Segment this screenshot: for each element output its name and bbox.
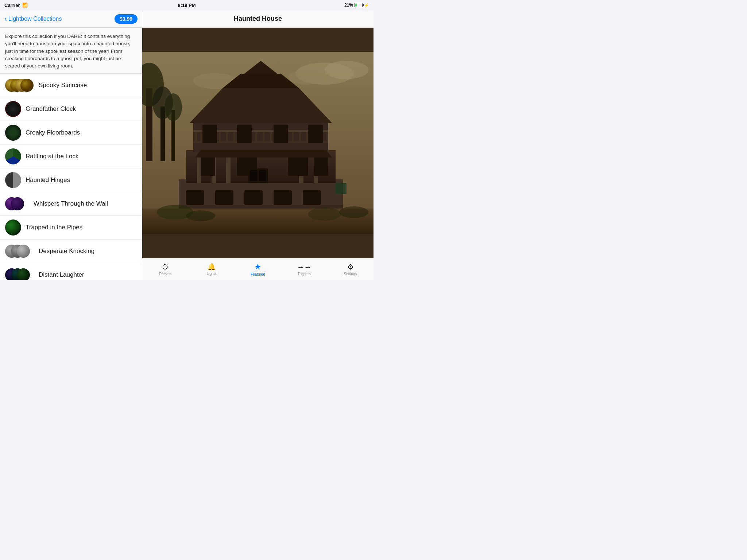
left-panel: ‹ Lightbow Collections $3.99 Explore thi… (0, 10, 142, 280)
featured-star-icon: ★ (254, 262, 262, 272)
right-panel: Haunted House (142, 10, 374, 280)
item-label-creaky-floorboards: Creaky Floorboards (26, 129, 80, 136)
charging-icon: ⚡ (364, 3, 369, 8)
list-item[interactable]: Whispers Through the Wall (0, 192, 142, 216)
list-item[interactable]: Grandfather Clock (0, 97, 142, 121)
item-label-spooky-staircase: Spooky Staircase (39, 82, 87, 89)
right-nav-bar: Haunted House (142, 10, 374, 28)
description-block: Explore this collection if you DARE: it … (0, 28, 142, 74)
grandfather-clock-icon (5, 101, 21, 117)
battery-icon (355, 3, 363, 7)
triggers-icon: →→ (297, 263, 311, 271)
distant-laughter-icon (5, 267, 34, 280)
list-item[interactable]: Rattling at the Lock (0, 145, 142, 168)
trapped-pipes-icon (5, 219, 21, 236)
price-button[interactable]: $3.99 (115, 14, 138, 24)
item-label-haunted-hinges: Haunted Hinges (26, 176, 70, 184)
hero-image (142, 28, 374, 258)
list-item[interactable]: Trapped in the Pipes (0, 216, 142, 240)
status-right: 21% ⚡ (344, 3, 369, 8)
tab-featured[interactable]: ★ Featured (235, 262, 281, 276)
status-bar: Carrier 📶 8:19 PM 21% ⚡ (0, 0, 374, 10)
tab-bar: ⏱ Presets 🔔 Lights ★ Featured →→ Trigger… (142, 258, 374, 280)
settings-icon: ⚙ (347, 262, 354, 271)
list-item[interactable]: Creaky Floorboards (0, 121, 142, 145)
tab-lights-label: Lights (207, 272, 217, 276)
description-text: Explore this collection if you DARE: it … (5, 33, 137, 70)
desperate-knocking-icon (5, 243, 34, 259)
presets-icon: ⏱ (162, 263, 169, 271)
list-item[interactable]: Distant Laughter (0, 263, 142, 280)
svg-rect-68 (142, 52, 374, 234)
tab-triggers[interactable]: →→ Triggers (281, 263, 327, 276)
list-item[interactable]: Haunted Hinges (0, 168, 142, 192)
spooky-staircase-icon (5, 77, 34, 93)
wifi-icon: 📶 (22, 3, 28, 8)
tab-presets-label: Presets (159, 272, 171, 276)
list-item[interactable]: Desperate Knocking (0, 240, 142, 263)
status-left: Carrier 📶 (4, 3, 28, 8)
tab-triggers-label: Triggers (298, 272, 311, 276)
tab-settings[interactable]: ⚙ Settings (327, 262, 374, 276)
lights-icon: 🔔 (208, 263, 216, 271)
item-label-grandfather-clock: Grandfather Clock (26, 105, 76, 113)
tab-settings-label: Settings (344, 272, 357, 276)
back-chevron-icon: ‹ (4, 15, 7, 22)
haunted-house-illustration (142, 28, 374, 258)
battery-percent: 21% (344, 3, 353, 8)
item-label-distant-laughter: Distant Laughter (39, 271, 84, 279)
haunted-hinges-icon (5, 172, 21, 188)
creaky-floorboards-icon (5, 125, 21, 141)
item-label-rattling-lock: Rattling at the Lock (26, 153, 79, 160)
status-time: 8:19 PM (178, 3, 196, 8)
tab-featured-label: Featured (251, 272, 265, 276)
item-label-desperate-knocking: Desperate Knocking (39, 248, 94, 255)
carrier-label: Carrier (4, 3, 20, 8)
left-scroll-area: Explore this collection if you DARE: it … (0, 28, 142, 280)
item-label-trapped-pipes: Trapped in the Pipes (26, 224, 82, 231)
whispers-wall-icon (5, 196, 29, 212)
tab-presets[interactable]: ⏱ Presets (142, 263, 189, 276)
tab-lights[interactable]: 🔔 Lights (189, 263, 235, 276)
nav-bar: ‹ Lightbow Collections $3.99 (0, 10, 142, 28)
rattling-lock-icon (5, 148, 21, 164)
back-label: Lightbow Collections (8, 16, 62, 22)
back-button[interactable]: ‹ Lightbow Collections (4, 16, 62, 22)
item-label-whispers-wall: Whispers Through the Wall (34, 200, 108, 207)
page-title: Haunted House (234, 15, 282, 23)
list-item[interactable]: Spooky Staircase (0, 74, 142, 97)
